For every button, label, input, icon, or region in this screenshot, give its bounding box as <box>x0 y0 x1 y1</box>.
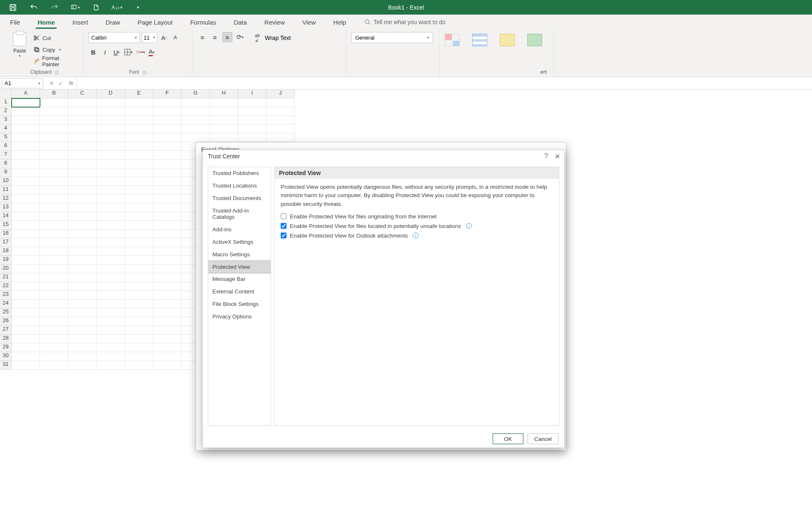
cell[interactable] <box>40 265 68 273</box>
cell[interactable] <box>97 238 125 247</box>
wrap-text-button[interactable]: Wrap Text <box>265 35 291 41</box>
font-size-select[interactable]: 11 <box>142 32 157 43</box>
cell[interactable] <box>97 203 125 212</box>
trust-center-nav-item[interactable]: External Content <box>208 285 271 298</box>
cell[interactable] <box>125 212 153 221</box>
cell[interactable] <box>153 133 182 142</box>
cell[interactable] <box>68 212 97 221</box>
formula-input[interactable] <box>77 77 812 89</box>
cell[interactable] <box>68 230 97 238</box>
cell[interactable] <box>153 125 182 133</box>
cell[interactable] <box>68 343 97 352</box>
cell[interactable] <box>153 177 182 186</box>
enable-pv-outlook-checkbox[interactable]: Enable Protected View for Outlook attach… <box>281 231 553 240</box>
cell[interactable] <box>68 291 97 300</box>
row-header[interactable]: 29 <box>0 343 12 352</box>
cell[interactable] <box>97 326 125 335</box>
font-dialog-launcher-icon[interactable]: ◲ <box>142 70 146 75</box>
cell[interactable] <box>153 308 182 317</box>
cell[interactable] <box>125 142 153 151</box>
row-header[interactable]: 30 <box>0 352 12 361</box>
row-header[interactable]: 18 <box>0 247 12 256</box>
cell[interactable] <box>12 230 40 238</box>
cell[interactable] <box>97 300 125 308</box>
cell[interactable] <box>12 98 40 107</box>
cell[interactable] <box>68 116 97 125</box>
decrease-font-icon[interactable]: Aˇ <box>171 33 181 43</box>
cell[interactable] <box>68 300 97 308</box>
cell[interactable] <box>12 265 40 273</box>
column-header[interactable]: D <box>97 90 125 98</box>
cell[interactable] <box>97 282 125 291</box>
cell[interactable] <box>125 308 153 317</box>
row-header[interactable]: 2 <box>0 107 12 116</box>
cell[interactable] <box>238 107 267 116</box>
close-icon[interactable]: ✕ <box>555 153 560 160</box>
cell[interactable] <box>12 116 40 125</box>
row-header[interactable]: 24 <box>0 300 12 308</box>
cell[interactable] <box>12 352 40 361</box>
font-color-button[interactable]: A▾ <box>147 47 157 57</box>
cell[interactable] <box>12 361 40 370</box>
cell[interactable] <box>153 168 182 177</box>
select-all-corner[interactable] <box>0 90 12 98</box>
cell[interactable] <box>153 212 182 221</box>
cell[interactable] <box>12 300 40 308</box>
cell[interactable] <box>153 352 182 361</box>
cell[interactable] <box>125 361 153 370</box>
cell[interactable] <box>68 308 97 317</box>
cell[interactable] <box>12 107 40 116</box>
row-header[interactable]: 17 <box>0 238 12 247</box>
tab-formulas[interactable]: Formulas <box>187 15 220 30</box>
cell[interactable] <box>12 291 40 300</box>
cell[interactable] <box>68 238 97 247</box>
cell[interactable] <box>97 256 125 265</box>
conditional-formatting-icon[interactable] <box>445 34 460 46</box>
trust-center-nav-item[interactable]: Trusted Add-in Catalogs <box>208 205 271 223</box>
cell[interactable] <box>238 98 267 107</box>
cell[interactable] <box>125 282 153 291</box>
cell[interactable] <box>40 142 68 151</box>
cell[interactable] <box>210 107 238 116</box>
cell[interactable] <box>97 107 125 116</box>
cell[interactable] <box>68 221 97 230</box>
cell[interactable] <box>40 352 68 361</box>
cell[interactable] <box>125 230 153 238</box>
cell[interactable] <box>125 98 153 107</box>
cell[interactable] <box>68 98 97 107</box>
cell[interactable] <box>40 282 68 291</box>
cell[interactable] <box>125 186 153 195</box>
cell[interactable] <box>68 125 97 133</box>
cell[interactable] <box>68 186 97 195</box>
cell[interactable] <box>267 107 295 116</box>
cell[interactable] <box>125 160 153 168</box>
cell[interactable] <box>40 186 68 195</box>
cell[interactable] <box>153 195 182 203</box>
row-header[interactable]: 10 <box>0 177 12 186</box>
align-bottom-icon[interactable]: ≡ <box>222 32 232 42</box>
cell[interactable] <box>153 116 182 125</box>
row-header[interactable]: 13 <box>0 203 12 212</box>
row-header[interactable]: 22 <box>0 282 12 291</box>
cell[interactable] <box>125 177 153 186</box>
trust-center-nav-item[interactable]: Add-ins <box>208 223 271 236</box>
checkbox-internet[interactable] <box>281 213 286 219</box>
cell[interactable] <box>97 142 125 151</box>
cell[interactable] <box>267 98 295 107</box>
column-header[interactable]: A <box>12 90 40 98</box>
cell[interactable] <box>40 238 68 247</box>
cell[interactable] <box>40 300 68 308</box>
sort-icon[interactable]: A↓Z▾ <box>112 3 122 12</box>
cell[interactable] <box>68 265 97 273</box>
trust-center-nav-item[interactable]: File Block Settings <box>208 298 271 310</box>
row-header[interactable]: 9 <box>0 168 12 177</box>
row-header[interactable]: 27 <box>0 326 12 335</box>
row-header[interactable]: 14 <box>0 212 12 221</box>
row-header[interactable]: 23 <box>0 291 12 300</box>
cell[interactable] <box>68 282 97 291</box>
column-header[interactable]: E <box>125 90 153 98</box>
cell[interactable] <box>153 300 182 308</box>
cell[interactable] <box>97 343 125 352</box>
cell[interactable] <box>12 133 40 142</box>
cell[interactable] <box>40 125 68 133</box>
